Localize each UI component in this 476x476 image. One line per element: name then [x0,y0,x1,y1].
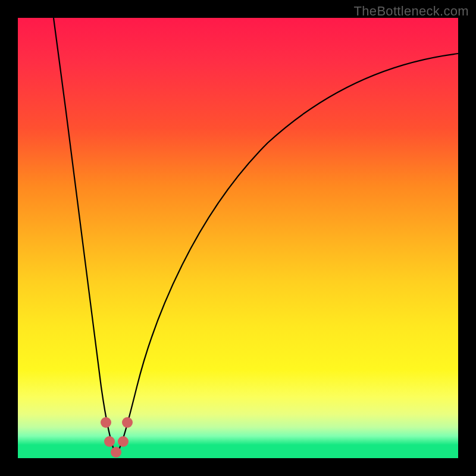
marker-dot [104,436,115,447]
bottleneck-curve [18,18,458,458]
watermark-text: TheBottleneck.com [354,4,469,19]
marker-dot [101,417,111,428]
marker-dot [111,447,121,458]
bottleneck-plot [18,18,458,458]
marker-dot [122,417,133,428]
marker-dot [118,436,129,447]
chart-frame: TheBottleneck.com [0,0,476,476]
curve-right-branch [116,54,458,455]
curve-left-branch [54,18,116,455]
